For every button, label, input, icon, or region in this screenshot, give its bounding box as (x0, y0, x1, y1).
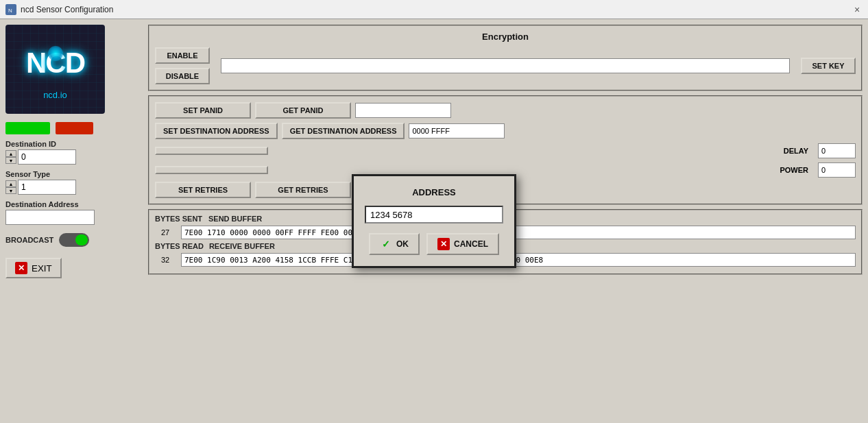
modal-dialog: ADDRESS ✓ OK ✕ CANCEL (352, 174, 516, 268)
title-bar: N ncd Sensor Configuration × (0, 0, 868, 19)
main-window: N C D ncd.io Destination ID ▲ (0, 19, 868, 423)
ok-label: OK (396, 239, 409, 249)
modal-title: ADDRESS (365, 187, 503, 197)
modal-cancel-button[interactable]: ✕ CANCEL (426, 233, 499, 255)
cancel-label: CANCEL (454, 239, 488, 249)
modal-buttons: ✓ OK ✕ CANCEL (365, 233, 503, 255)
svg-text:N: N (8, 8, 12, 13)
ok-icon: ✓ (380, 238, 392, 250)
window-title: ncd Sensor Configuration (21, 5, 113, 14)
modal-ok-button[interactable]: ✓ OK (369, 233, 420, 255)
app-icon: N (5, 4, 16, 15)
close-button[interactable]: × (852, 4, 863, 15)
modal-address-input[interactable] (365, 206, 503, 223)
cancel-icon: ✕ (437, 238, 450, 250)
modal-overlay: ADDRESS ✓ OK ✕ CANCEL (0, 19, 868, 423)
